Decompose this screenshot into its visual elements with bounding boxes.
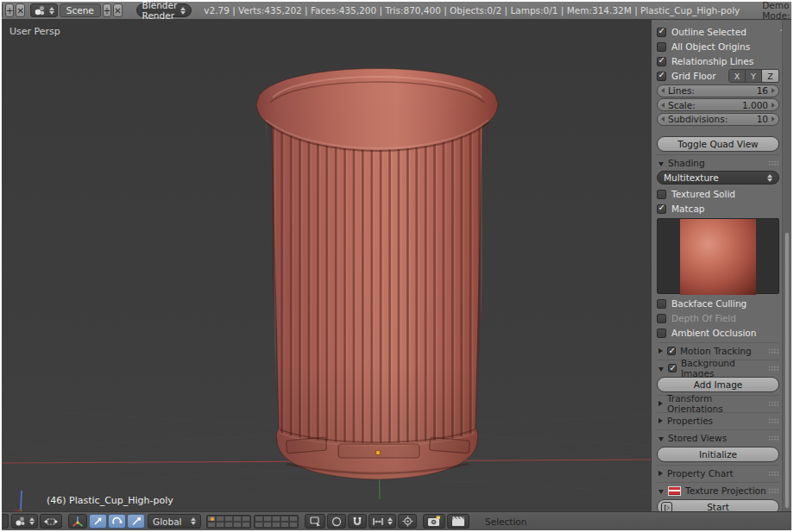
checkbox-icon[interactable]	[667, 347, 676, 355]
increment-icon[interactable]	[772, 88, 775, 93]
panel-title: Motion Tracking	[680, 346, 752, 356]
proportional-edit-button[interactable]	[327, 514, 346, 529]
layer-cell-active[interactable]	[207, 516, 216, 522]
render-engine-select[interactable]: Blender Render	[136, 3, 192, 17]
checkbox-icon[interactable]	[657, 28, 666, 37]
checkbox-label: Relationship Lines	[671, 56, 753, 66]
add-layout-button[interactable]: +	[5, 3, 14, 17]
property-chart-panel-header[interactable]: Property Chart	[657, 465, 779, 479]
layers-group-2[interactable]	[254, 515, 299, 529]
transform-orientations-panel-header[interactable]: Transform Orientations	[657, 395, 779, 410]
grid-floor-row[interactable]: Grid Floor X Y Z	[657, 69, 779, 83]
axis-y-toggle[interactable]: Y	[746, 70, 762, 82]
increment-icon[interactable]	[772, 103, 775, 108]
editor-type-icon[interactable]	[2, 514, 9, 529]
active-object-label: (46) Plastic_Cup_High-poly	[47, 495, 173, 506]
increment-icon[interactable]	[772, 116, 775, 122]
scale-field[interactable]: Scale: 1.000	[657, 98, 779, 111]
panel-title: Property Chart	[667, 468, 734, 479]
axis-x-toggle[interactable]: X	[729, 70, 746, 82]
checkbox-icon[interactable]	[657, 299, 666, 309]
dropdown-arrows-icon	[29, 517, 35, 525]
panel-grip-icon[interactable]	[768, 160, 779, 166]
orientation-select[interactable]: Global	[148, 514, 201, 529]
toggle-quad-view-button[interactable]: Toggle Quad View	[657, 136, 779, 152]
background-images-panel-header[interactable]: Background Images	[657, 360, 779, 374]
checkbox-icon[interactable]	[657, 329, 666, 338]
outline-selected-row[interactable]: Outline Selected	[657, 25, 779, 39]
checkbox-icon[interactable]	[657, 190, 666, 199]
add-image-button[interactable]: Add Image	[657, 377, 779, 392]
lines-field[interactable]: Lines: 16	[657, 84, 779, 97]
motion-tracking-panel-header[interactable]: Motion Tracking	[657, 342, 779, 357]
texture-projection-panel-header[interactable]: Texture Projection	[657, 482, 779, 497]
checkbox-icon[interactable]	[657, 204, 666, 214]
opengl-render-still-button[interactable]	[423, 514, 445, 529]
ambient-occlusion-row[interactable]: Ambient Occlusion	[657, 326, 779, 340]
snap-element-select[interactable]	[369, 514, 396, 529]
manipulator-toggle[interactable]	[68, 514, 87, 529]
textured-solid-row[interactable]: Textured Solid	[657, 187, 779, 201]
object-origin-dot	[375, 450, 381, 455]
panel-title: Texture Projection	[685, 485, 766, 496]
image-thumbnail-icon	[668, 486, 681, 496]
decrement-icon[interactable]	[661, 116, 665, 122]
manipulator-rotate-button[interactable]	[108, 514, 126, 529]
stored-views-panel-header[interactable]: Stored Views	[657, 429, 779, 444]
pivot-point-select[interactable]	[40, 514, 62, 529]
axis-z-toggle[interactable]: Z	[762, 70, 778, 82]
scene-browse-button[interactable]	[30, 3, 58, 17]
initialize-button[interactable]: Initialize	[657, 447, 779, 462]
backface-culling-row[interactable]: Backface Culling	[657, 297, 779, 310]
shading-mode-select[interactable]: Multitexture	[657, 171, 779, 185]
shading-panel-header[interactable]: Shading	[657, 154, 779, 169]
manipulator-translate-button[interactable]	[89, 514, 107, 529]
lock-to-scene-button[interactable]	[305, 514, 325, 529]
panel-grip-icon[interactable]	[768, 435, 779, 441]
subdivisions-field[interactable]: Subdivisions: 10	[657, 113, 779, 126]
relationship-lines-row[interactable]: Relationship Lines	[657, 54, 779, 68]
decrement-icon[interactable]	[661, 103, 665, 108]
panel-grip-icon[interactable]	[768, 471, 779, 477]
viewport-scene	[2, 20, 651, 511]
sidebar-scrollbar[interactable]	[782, 20, 791, 511]
checkbox-icon[interactable]	[668, 364, 677, 372]
matcap-row[interactable]: Matcap	[657, 202, 779, 216]
panel-grip-icon[interactable]	[768, 488, 779, 494]
mode-select[interactable]	[11, 514, 38, 529]
decrement-icon[interactable]	[661, 88, 665, 93]
opengl-render-anim-button[interactable]	[447, 514, 469, 529]
demo-mode-label: Demo Mode:	[762, 0, 790, 21]
scene-balls-icon	[34, 4, 46, 16]
delete-scene-button[interactable]: ✕	[113, 3, 122, 17]
manipulator-scale-button[interactable]	[127, 514, 145, 529]
viewport-3d[interactable]: User Persp (46) Plastic_Cup_High-poly	[2, 20, 651, 511]
cup-object[interactable]	[256, 69, 498, 480]
orientation-value: Global	[153, 516, 182, 527]
layers-group-1[interactable]	[206, 515, 251, 529]
disclosure-icon	[659, 490, 664, 494]
panel-grip-icon[interactable]	[768, 348, 779, 354]
disclosure-icon	[659, 471, 663, 476]
panel-grip-icon[interactable]	[768, 418, 779, 424]
checkbox-icon[interactable]	[657, 314, 666, 323]
lock-icon	[309, 516, 321, 527]
panel-title: Background Images	[681, 358, 768, 379]
snap-target-button[interactable]	[398, 514, 417, 529]
checkbox-icon[interactable]	[657, 72, 666, 81]
checkbox-label: Backface Culling	[671, 298, 747, 309]
depth-of-field-row[interactable]: Depth Of Field	[657, 311, 779, 325]
matcap-preview[interactable]	[657, 218, 779, 294]
all-object-origins-row[interactable]: All Object Origins	[657, 40, 779, 53]
checkbox-icon[interactable]	[657, 57, 666, 66]
snap-toggle-button[interactable]	[348, 514, 367, 529]
scene-name-field[interactable]: Scene	[60, 3, 101, 17]
close-layout-button[interactable]: ✕	[16, 3, 24, 17]
panel-grip-icon[interactable]	[768, 366, 779, 372]
checkbox-icon[interactable]	[657, 42, 666, 52]
editor-type-icon[interactable]	[2, 3, 3, 17]
properties-panel-header[interactable]: Properties	[657, 412, 779, 427]
add-scene-button[interactable]: +	[103, 3, 111, 17]
panel-grip-icon[interactable]	[768, 401, 779, 407]
scrollbar-thumb[interactable]	[785, 232, 790, 509]
